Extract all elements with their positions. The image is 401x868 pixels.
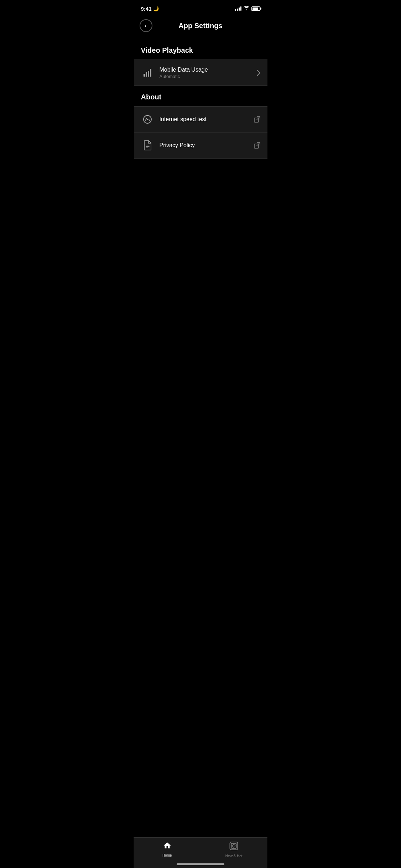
header: ‹ App Settings (134, 16, 267, 39)
privacy-policy-label: Privacy Policy (160, 142, 254, 149)
svg-point-2 (147, 119, 148, 120)
chevron-right-icon (257, 70, 260, 76)
document-icon (141, 139, 154, 152)
privacy-policy-content: Privacy Policy (160, 142, 254, 149)
privacy-policy-item[interactable]: Privacy Policy (134, 133, 267, 158)
wifi-icon (244, 6, 249, 11)
moon-icon: 🌙 (153, 6, 159, 11)
battery-icon (251, 6, 260, 11)
status-time: 9:41 🌙 (141, 6, 159, 12)
page-title: App Settings (178, 22, 222, 30)
internet-speed-test-item[interactable]: Internet speed test (134, 107, 267, 133)
cellular-signal-icon (235, 6, 241, 11)
status-icons (235, 6, 260, 11)
video-playback-section-header: Video Playback (134, 39, 267, 60)
mobile-data-usage-item[interactable]: Mobile Data Usage Automatic (134, 60, 267, 86)
speedometer-icon (141, 113, 154, 126)
about-section-header: About (134, 86, 267, 106)
mobile-data-usage-sublabel: Automatic (160, 74, 257, 79)
video-playback-section: Mobile Data Usage Automatic (134, 60, 267, 86)
internet-speed-test-label: Internet speed test (160, 116, 254, 123)
external-link-icon-speedtest (254, 116, 260, 123)
chevron-left-icon: ‹ (145, 22, 146, 29)
status-bar: 9:41 🌙 (134, 0, 267, 16)
mobile-data-usage-label: Mobile Data Usage (160, 67, 257, 73)
external-link-icon-privacy (254, 142, 260, 149)
back-button[interactable]: ‹ (140, 19, 152, 32)
signal-bars-icon (141, 66, 154, 79)
internet-speed-test-content: Internet speed test (160, 116, 254, 123)
mobile-data-usage-content: Mobile Data Usage Automatic (160, 67, 257, 79)
about-section: Internet speed test Privacy Policy (134, 106, 267, 159)
